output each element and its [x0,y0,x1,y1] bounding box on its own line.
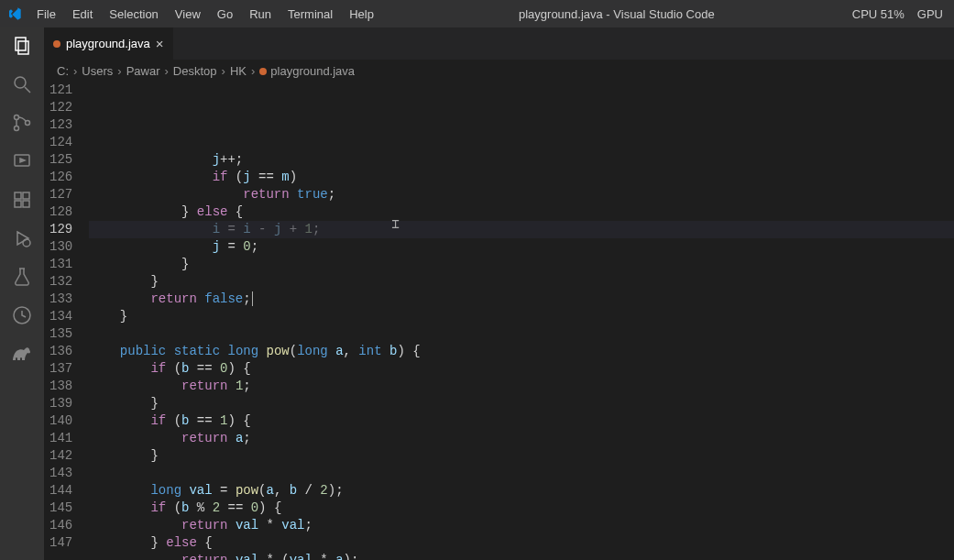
chevron-right-icon: › [73,64,77,78]
menu-help[interactable]: Help [342,4,381,25]
code-line[interactable]: return 1; [89,378,954,395]
menu-run[interactable]: Run [242,4,279,25]
code-line[interactable]: } else { [89,203,954,221]
code-line[interactable]: return a; [89,430,954,447]
titlebar-right: CPU 51% GPU [852,7,947,21]
line-gutter: 1211221231241251261271281291301311321331… [44,82,89,560]
crumb[interactable]: HK [230,64,247,78]
tab-playground[interactable]: playground.java × [44,27,174,60]
menu-go[interactable]: Go [210,4,240,25]
code-line[interactable]: if (b == 0) { [89,360,954,378]
code-line[interactable]: return true; [89,186,954,203]
code-line[interactable]: } else { [89,534,954,552]
explorer-icon[interactable] [11,35,33,57]
source-control-icon[interactable] [11,112,33,134]
titlebar: File Edit Selection View Go Run Terminal… [0,0,954,27]
vscode-logo-icon [7,6,22,21]
code-line[interactable]: j++; [89,151,954,169]
code-line[interactable] [89,325,954,343]
svg-marker-8 [20,159,25,162]
java-file-icon [259,68,267,75]
java-file-icon [53,40,60,48]
svg-point-2 [15,77,26,88]
window-title: playground.java - Visual Studio Code [381,7,852,21]
chevron-right-icon: › [251,64,255,78]
svg-point-5 [15,126,19,131]
testing-play-icon[interactable] [11,227,33,249]
chevron-right-icon: › [117,64,121,78]
svg-point-14 [23,239,30,247]
menu-view[interactable]: View [168,4,208,25]
svg-point-6 [26,121,30,126]
code-line[interactable]: public static long pow(long a, int b) { [89,343,954,360]
menu-selection[interactable]: Selection [102,4,165,25]
chevron-right-icon: › [222,64,225,78]
code-line[interactable]: return false; [89,291,954,308]
crumb[interactable]: Users [82,64,113,78]
gpu-status: GPU [917,7,943,21]
activity-bar [0,27,44,560]
code-line[interactable]: return val * (val * a); [89,552,954,560]
svg-point-4 [15,115,19,120]
code-line[interactable]: } [89,273,954,291]
crumb-file[interactable]: playground.java [259,64,355,78]
main-menu: File Edit Selection View Go Run Terminal… [29,4,381,25]
svg-rect-0 [16,38,26,50]
code-line[interactable]: } [89,395,954,412]
code-line[interactable]: return val * val; [89,517,954,534]
svg-rect-10 [23,192,29,199]
code-line[interactable]: } [89,256,954,273]
menu-edit[interactable]: Edit [65,4,100,25]
current-line-highlight [89,221,954,238]
svg-rect-1 [18,41,28,54]
close-icon[interactable]: × [156,37,164,50]
svg-rect-12 [23,201,29,207]
run-debug-icon[interactable] [11,150,33,172]
menu-terminal[interactable]: Terminal [280,4,340,25]
code-line[interactable] [89,465,954,482]
code-line[interactable]: } [89,308,954,325]
cpu-status: CPU 51% [852,7,905,21]
body-area: playground.java × C:› Users› Pawar› Desk… [0,27,954,560]
code-line[interactable]: if (j == m) [89,169,954,186]
svg-line-3 [25,87,30,93]
svg-rect-9 [15,192,21,199]
gradle-icon[interactable] [11,343,33,365]
tab-label: playground.java [66,37,150,50]
code-content[interactable]: ⌶ j++; if (j == m) return true; } else {… [89,82,954,560]
testing-beaker-icon[interactable] [11,266,33,288]
code-editor[interactable]: 1211221231241251261271281291301311321331… [44,82,954,560]
code-line[interactable]: long val = pow(a, b / 2); [89,482,954,500]
crumb[interactable]: C: [57,64,69,78]
chevron-right-icon: › [165,64,169,78]
code-line[interactable]: if (b % 2 == 0) { [89,500,954,517]
code-line[interactable]: j = 0; [89,238,954,256]
crumb[interactable]: Pawar [126,64,160,78]
code-line[interactable]: } [89,447,954,465]
editor-tabs: playground.java × [44,27,954,60]
timeline-icon[interactable] [11,304,33,326]
extensions-icon[interactable] [11,189,33,211]
main-editor-area: playground.java × C:› Users› Pawar› Desk… [44,27,954,560]
crumb[interactable]: Desktop [173,64,217,78]
search-icon[interactable] [11,73,33,95]
code-line[interactable]: if (b == 1) { [89,412,954,430]
breadcrumbs[interactable]: C:› Users› Pawar› Desktop› HK› playgroun… [44,60,954,82]
svg-rect-11 [15,201,21,207]
menu-file[interactable]: File [29,4,63,25]
